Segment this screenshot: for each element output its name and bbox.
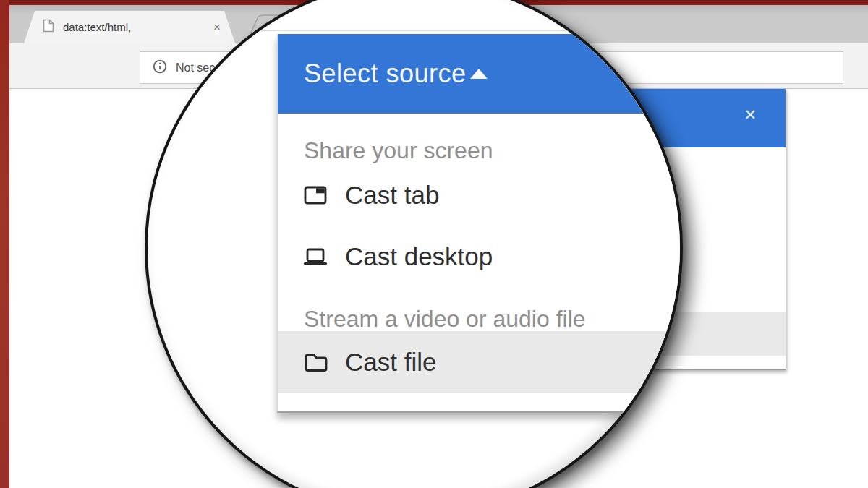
menu-item-label: Cast tab (345, 181, 439, 210)
tab-close-icon[interactable]: × (213, 21, 221, 33)
menu-item-cast-file[interactable]: Cast file (278, 331, 683, 393)
laptop-icon (303, 244, 328, 269)
select-source-menu: Select source Share your screen Cast tab… (277, 34, 683, 413)
frame-left-border (0, 0, 9, 488)
info-icon[interactable] (153, 59, 167, 77)
magnified-view: Select source Share your screen Cast tab… (148, 0, 683, 488)
section-heading-stream-file: Stream a video or audio file (304, 306, 586, 332)
menu-item-cast-tab[interactable]: Cast tab (278, 170, 683, 221)
tab-data-url[interactable]: data:text/html, × (24, 11, 235, 43)
select-source-title: Select source (304, 59, 467, 89)
menu-item-label: Cast desktop (345, 242, 493, 271)
collapse-triangle-icon (470, 69, 488, 79)
menu-item-cast-desktop[interactable]: Cast desktop (278, 231, 683, 282)
folder-icon (303, 350, 328, 374)
tab-title: data:text/html, (63, 21, 131, 33)
page-favicon-icon (43, 19, 54, 35)
section-heading-share-screen: Share your screen (304, 137, 493, 163)
menu-item-label: Cast file (345, 348, 436, 377)
dialog-close-icon[interactable]: ✕ (744, 107, 757, 122)
magnifier-circle: Select source Share your screen Cast tab… (145, 0, 683, 488)
tab-icon (303, 183, 328, 207)
